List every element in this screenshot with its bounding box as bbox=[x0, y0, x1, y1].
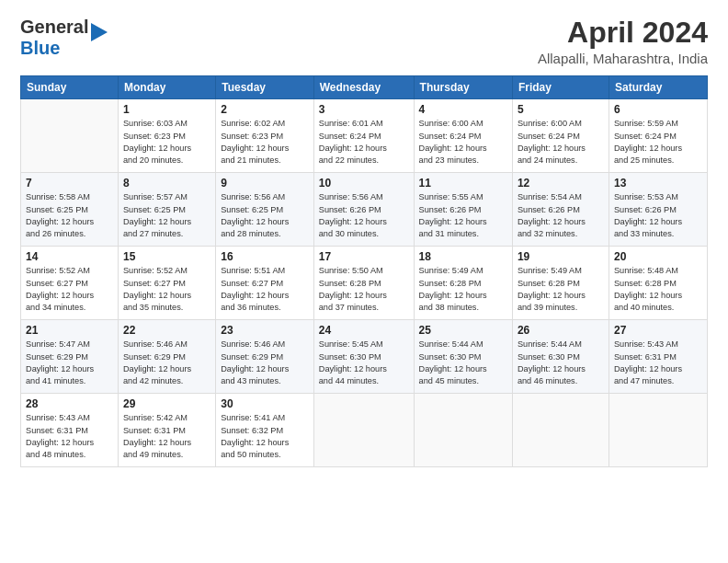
day-info: Sunrise: 5:44 AM Sunset: 6:30 PM Dayligh… bbox=[419, 339, 507, 387]
table-row: 11Sunrise: 5:55 AM Sunset: 6:26 PM Dayli… bbox=[414, 173, 512, 247]
day-number: 24 bbox=[319, 324, 409, 337]
table-row: 9Sunrise: 5:56 AM Sunset: 6:25 PM Daylig… bbox=[216, 173, 314, 247]
day-info: Sunrise: 5:50 AM Sunset: 6:28 PM Dayligh… bbox=[319, 265, 409, 314]
day-number: 7 bbox=[26, 177, 113, 190]
calendar-week-row: 7Sunrise: 5:58 AM Sunset: 6:25 PM Daylig… bbox=[21, 173, 708, 247]
day-number: 20 bbox=[614, 250, 702, 263]
day-info: Sunrise: 5:46 AM Sunset: 6:29 PM Dayligh… bbox=[221, 339, 309, 387]
day-info: Sunrise: 5:56 AM Sunset: 6:25 PM Dayligh… bbox=[221, 191, 309, 240]
day-info: Sunrise: 6:02 AM Sunset: 6:23 PM Dayligh… bbox=[221, 118, 309, 167]
day-number: 27 bbox=[614, 324, 702, 337]
day-info: Sunrise: 5:43 AM Sunset: 6:31 PM Dayligh… bbox=[26, 412, 113, 461]
day-info: Sunrise: 5:53 AM Sunset: 6:26 PM Dayligh… bbox=[614, 191, 702, 240]
day-info: Sunrise: 5:54 AM Sunset: 6:26 PM Dayligh… bbox=[518, 191, 604, 240]
calendar-header-row: Sunday Monday Tuesday Wednesday Thursday… bbox=[21, 76, 708, 99]
day-info: Sunrise: 5:56 AM Sunset: 6:26 PM Dayligh… bbox=[319, 191, 409, 240]
day-number: 4 bbox=[419, 103, 507, 116]
calendar-week-row: 21Sunrise: 5:47 AM Sunset: 6:29 PM Dayli… bbox=[21, 320, 708, 394]
table-row: 14Sunrise: 5:52 AM Sunset: 6:27 PM Dayli… bbox=[21, 247, 119, 320]
logo-text: GeneralBlue bbox=[20, 17, 88, 59]
day-info: Sunrise: 5:55 AM Sunset: 6:26 PM Dayligh… bbox=[419, 191, 507, 240]
table-row: 23Sunrise: 5:46 AM Sunset: 6:29 PM Dayli… bbox=[216, 320, 314, 394]
day-number: 1 bbox=[123, 103, 210, 116]
table-row: 8Sunrise: 5:57 AM Sunset: 6:25 PM Daylig… bbox=[118, 173, 215, 247]
day-number: 18 bbox=[419, 250, 507, 263]
table-row: 15Sunrise: 5:52 AM Sunset: 6:27 PM Dayli… bbox=[118, 247, 215, 320]
col-friday: Friday bbox=[512, 76, 609, 99]
day-info: Sunrise: 5:58 AM Sunset: 6:25 PM Dayligh… bbox=[26, 191, 113, 240]
day-info: Sunrise: 5:43 AM Sunset: 6:31 PM Dayligh… bbox=[614, 339, 702, 387]
day-number: 8 bbox=[123, 177, 210, 190]
day-number: 16 bbox=[221, 250, 309, 263]
col-wednesday: Wednesday bbox=[313, 76, 414, 99]
table-row: 2Sunrise: 6:02 AM Sunset: 6:23 PM Daylig… bbox=[216, 99, 314, 173]
table-row: 6Sunrise: 5:59 AM Sunset: 6:24 PM Daylig… bbox=[609, 99, 707, 173]
table-row: 20Sunrise: 5:48 AM Sunset: 6:28 PM Dayli… bbox=[609, 247, 707, 320]
day-info: Sunrise: 5:57 AM Sunset: 6:25 PM Dayligh… bbox=[123, 191, 210, 240]
table-row: 4Sunrise: 6:00 AM Sunset: 6:24 PM Daylig… bbox=[414, 99, 512, 173]
day-info: Sunrise: 6:00 AM Sunset: 6:24 PM Dayligh… bbox=[419, 118, 507, 167]
day-info: Sunrise: 5:59 AM Sunset: 6:24 PM Dayligh… bbox=[614, 118, 702, 167]
day-number: 3 bbox=[319, 103, 409, 116]
page: GeneralBlue April 2024 Allapalli, Mahara… bbox=[0, 0, 728, 563]
table-row: 10Sunrise: 5:56 AM Sunset: 6:26 PM Dayli… bbox=[313, 173, 414, 247]
day-info: Sunrise: 5:49 AM Sunset: 6:28 PM Dayligh… bbox=[419, 265, 507, 314]
col-sunday: Sunday bbox=[21, 76, 119, 99]
day-number: 11 bbox=[419, 177, 507, 190]
day-number: 17 bbox=[319, 250, 409, 263]
table-row: 19Sunrise: 5:49 AM Sunset: 6:28 PM Dayli… bbox=[512, 247, 609, 320]
day-info: Sunrise: 5:45 AM Sunset: 6:30 PM Dayligh… bbox=[319, 339, 409, 387]
day-number: 12 bbox=[518, 177, 604, 190]
table-row: 1Sunrise: 6:03 AM Sunset: 6:23 PM Daylig… bbox=[118, 99, 215, 173]
day-number: 29 bbox=[123, 397, 210, 410]
table-row bbox=[21, 99, 119, 173]
logo-blue: Blue bbox=[20, 38, 60, 58]
table-row: 27Sunrise: 5:43 AM Sunset: 6:31 PM Dayli… bbox=[609, 320, 707, 394]
table-row: 26Sunrise: 5:44 AM Sunset: 6:30 PM Dayli… bbox=[512, 320, 609, 394]
day-info: Sunrise: 5:46 AM Sunset: 6:29 PM Dayligh… bbox=[123, 339, 210, 387]
day-number: 30 bbox=[221, 397, 309, 410]
day-info: Sunrise: 5:49 AM Sunset: 6:28 PM Dayligh… bbox=[518, 265, 604, 314]
day-number: 28 bbox=[26, 397, 113, 410]
day-info: Sunrise: 5:47 AM Sunset: 6:29 PM Dayligh… bbox=[26, 339, 113, 387]
table-row: 22Sunrise: 5:46 AM Sunset: 6:29 PM Dayli… bbox=[118, 320, 215, 394]
calendar-week-row: 28Sunrise: 5:43 AM Sunset: 6:31 PM Dayli… bbox=[21, 394, 708, 467]
day-number: 21 bbox=[26, 324, 113, 337]
col-saturday: Saturday bbox=[609, 76, 707, 99]
day-number: 9 bbox=[221, 177, 309, 190]
day-number: 22 bbox=[123, 324, 210, 337]
table-row: 25Sunrise: 5:44 AM Sunset: 6:30 PM Dayli… bbox=[414, 320, 512, 394]
logo: GeneralBlue bbox=[20, 17, 108, 59]
logo-icon: GeneralBlue bbox=[20, 17, 108, 59]
day-info: Sunrise: 5:48 AM Sunset: 6:28 PM Dayligh… bbox=[614, 265, 702, 314]
day-number: 2 bbox=[221, 103, 309, 116]
table-row: 21Sunrise: 5:47 AM Sunset: 6:29 PM Dayli… bbox=[21, 320, 119, 394]
day-number: 19 bbox=[518, 250, 604, 263]
table-row: 7Sunrise: 5:58 AM Sunset: 6:25 PM Daylig… bbox=[21, 173, 119, 247]
table-row: 18Sunrise: 5:49 AM Sunset: 6:28 PM Dayli… bbox=[414, 247, 512, 320]
col-monday: Monday bbox=[118, 76, 215, 99]
day-info: Sunrise: 5:52 AM Sunset: 6:27 PM Dayligh… bbox=[123, 265, 210, 314]
table-row bbox=[609, 394, 707, 467]
table-row: 30Sunrise: 5:41 AM Sunset: 6:32 PM Dayli… bbox=[216, 394, 314, 467]
day-info: Sunrise: 6:01 AM Sunset: 6:24 PM Dayligh… bbox=[319, 118, 409, 167]
day-number: 23 bbox=[221, 324, 309, 337]
table-row bbox=[512, 394, 609, 467]
day-info: Sunrise: 5:52 AM Sunset: 6:27 PM Dayligh… bbox=[26, 265, 113, 314]
table-row: 17Sunrise: 5:50 AM Sunset: 6:28 PM Dayli… bbox=[313, 247, 414, 320]
day-number: 25 bbox=[419, 324, 507, 337]
col-tuesday: Tuesday bbox=[216, 76, 314, 99]
table-row: 5Sunrise: 6:00 AM Sunset: 6:24 PM Daylig… bbox=[512, 99, 609, 173]
table-row: 12Sunrise: 5:54 AM Sunset: 6:26 PM Dayli… bbox=[512, 173, 609, 247]
calendar-table: Sunday Monday Tuesday Wednesday Thursday… bbox=[20, 75, 708, 467]
day-info: Sunrise: 5:42 AM Sunset: 6:31 PM Dayligh… bbox=[123, 412, 210, 461]
day-info: Sunrise: 6:00 AM Sunset: 6:24 PM Dayligh… bbox=[518, 118, 604, 167]
day-number: 10 bbox=[319, 177, 409, 190]
day-info: Sunrise: 6:03 AM Sunset: 6:23 PM Dayligh… bbox=[123, 118, 210, 167]
logo-arrow-icon bbox=[91, 19, 108, 49]
day-info: Sunrise: 5:51 AM Sunset: 6:27 PM Dayligh… bbox=[221, 265, 309, 314]
day-number: 5 bbox=[518, 103, 604, 116]
day-number: 14 bbox=[26, 250, 113, 263]
calendar-week-row: 14Sunrise: 5:52 AM Sunset: 6:27 PM Dayli… bbox=[21, 247, 708, 320]
calendar-week-row: 1Sunrise: 6:03 AM Sunset: 6:23 PM Daylig… bbox=[21, 99, 708, 173]
